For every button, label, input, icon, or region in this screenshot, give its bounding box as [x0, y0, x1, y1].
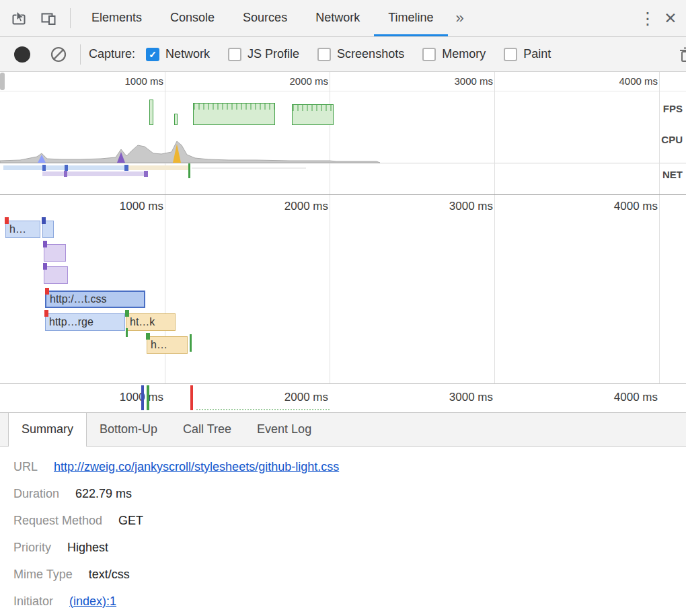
time-label: 3000 ms: [419, 391, 493, 404]
checkbox-label: JS Profile: [247, 47, 299, 61]
summary-link[interactable]: (index):1: [69, 594, 116, 609]
checkbox-paint[interactable]: [504, 48, 517, 61]
fps-bar: [193, 103, 275, 125]
detail-tab-event-log[interactable]: Event Log: [244, 413, 324, 446]
device-toolbar-icon-glyph: [40, 9, 57, 27]
net-bar: [42, 171, 147, 176]
ruler-dotted-line: [196, 409, 330, 410]
network-waterfall[interactable]: 1000 ms2000 ms3000 ms4000 msh…http:/…t.c…: [0, 195, 686, 383]
summary-row: PriorityHighest: [13, 534, 686, 561]
summary-row: Initiator(index):1: [13, 588, 686, 615]
summary-pane: URLhttp://zweig.co/jankyscroll/styleshee…: [0, 447, 686, 615]
request-marker-navy: [42, 217, 46, 224]
checkbox-label: Screenshots: [337, 47, 404, 61]
close-icon[interactable]: ✕: [659, 9, 682, 28]
device-toolbar-icon[interactable]: [36, 6, 61, 30]
checkbox-label: Paint: [523, 47, 551, 61]
network-request-bar[interactable]: http…rge: [45, 313, 125, 331]
lane-label-cpu: CPU: [661, 134, 683, 145]
ruler-event-mark: [190, 385, 193, 410]
detail-tab-summary[interactable]: Summary: [8, 413, 87, 447]
network-request-bar[interactable]: h…: [147, 336, 188, 354]
fps-bar: [149, 100, 153, 125]
tab-console[interactable]: Console: [156, 0, 229, 36]
detail-tab-bottom-up[interactable]: Bottom-Up: [87, 413, 170, 446]
summary-value: 622.79 ms: [75, 487, 132, 501]
request-label: ht…k: [126, 314, 175, 330]
checkbox-memory[interactable]: [422, 48, 436, 61]
network-request-bar[interactable]: http:/…t.css: [45, 291, 145, 308]
capture-option-js-profile[interactable]: JS Profile: [228, 47, 299, 61]
paint-tick: [190, 334, 192, 352]
checkbox-screenshots[interactable]: [317, 48, 331, 61]
summary-label: Priority: [13, 541, 51, 555]
request-marker-red: [45, 288, 49, 295]
net-bar: [124, 165, 128, 171]
net-bar: [65, 165, 68, 171]
net-bar: [64, 171, 67, 177]
network-request-bar[interactable]: [42, 221, 54, 238]
network-request-bar[interactable]: [44, 244, 66, 262]
time-label: 4000 ms: [584, 75, 658, 87]
overview-ruler-divider: [0, 91, 686, 91]
clear-icon[interactable]: [46, 42, 71, 67]
net-bar: [192, 167, 306, 169]
ruler-event-mark: [147, 385, 149, 410]
request-label: http…rge: [46, 314, 124, 330]
toolbar-separator: [80, 44, 81, 65]
net-bar: [42, 165, 46, 171]
tab-timeline[interactable]: Timeline: [374, 0, 447, 36]
trash-icon[interactable]: [677, 45, 686, 64]
capture-option-network[interactable]: ✓Network: [146, 47, 210, 61]
summary-value: GET: [118, 514, 143, 528]
tab-elements[interactable]: Elements: [77, 0, 156, 36]
lane-label-fps: FPS: [663, 103, 683, 114]
record-button[interactable]: [14, 46, 30, 63]
bottom-ruler: 1000 ms2000 ms3000 ms4000 ms: [0, 383, 686, 413]
cpu-baseline: [0, 163, 686, 163]
capture-option-memory[interactable]: Memory: [422, 47, 486, 61]
tab-network[interactable]: Network: [301, 0, 374, 36]
detail-tab-call-tree[interactable]: Call Tree: [170, 413, 244, 446]
main-toolbar: ElementsConsoleSourcesNetworkTimeline » …: [0, 0, 686, 37]
capture-label: Capture:: [89, 47, 135, 61]
devtools-panel: ElementsConsoleSourcesNetworkTimeline » …: [0, 0, 686, 615]
time-label: 1000 ms: [89, 391, 163, 404]
request-marker-purple: [43, 241, 47, 247]
time-label: 2000 ms: [254, 391, 328, 404]
network-request-bar[interactable]: [44, 266, 68, 284]
checkbox-js-profile[interactable]: [228, 48, 241, 61]
network-request-bar[interactable]: ht…k: [126, 313, 176, 331]
network-request-bar[interactable]: h…: [5, 221, 40, 238]
gridline: [659, 195, 660, 383]
checkbox-label: Memory: [442, 47, 486, 61]
request-marker-green: [146, 333, 150, 340]
inspect-icon[interactable]: [7, 6, 31, 30]
request-marker-red: [44, 310, 48, 317]
capture-option-paint[interactable]: Paint: [504, 47, 551, 61]
summary-row: Duration622.79 ms: [13, 480, 686, 507]
request-label: h…: [147, 337, 187, 353]
overview-scrollbar[interactable]: [0, 73, 5, 90]
inspect-icon-glyph: [10, 9, 28, 27]
time-label: 2000 ms: [254, 200, 328, 213]
summary-value: text/css: [89, 568, 130, 582]
timeline-overview[interactable]: 1000 ms2000 ms3000 ms4000 msFPSCPUNET: [0, 72, 686, 195]
summary-row: Request MethodGET: [13, 507, 686, 534]
summary-label: Request Method: [13, 514, 102, 528]
tab-sources[interactable]: Sources: [229, 0, 301, 36]
request-label: http:/…t.css: [46, 292, 144, 307]
capture-option-screenshots[interactable]: Screenshots: [317, 47, 404, 61]
summary-row: Mime Typetext/css: [13, 561, 686, 588]
checkbox-network[interactable]: ✓: [146, 48, 159, 61]
summary-label: Initiator: [13, 594, 53, 609]
request-marker-purple: [43, 263, 47, 270]
time-label: 1000 ms: [89, 200, 163, 213]
summary-value: Highest: [67, 541, 108, 555]
gridline: [494, 72, 495, 194]
more-tabs-button[interactable]: »: [448, 0, 472, 36]
gridline: [165, 195, 165, 383]
summary-link[interactable]: http://zweig.co/jankyscroll/stylesheets/…: [54, 460, 339, 474]
kebab-menu-icon[interactable]: ⋮: [636, 9, 659, 28]
time-label: 3000 ms: [419, 75, 493, 87]
